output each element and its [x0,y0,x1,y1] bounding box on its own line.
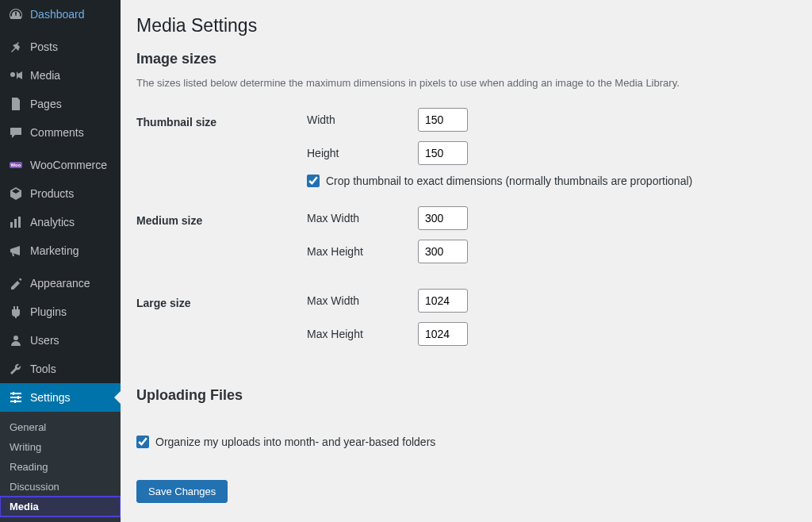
sidebar-item-products[interactable]: Products [0,179,121,208]
thumbnail-size-row: Thumbnail size Width Height Crop thumbna… [136,108,796,206]
menu-label: Plugins [30,305,67,318]
sidebar-item-plugins[interactable]: Plugins [0,297,121,326]
menu-label: Marketing [30,244,79,257]
svg-point-6 [13,336,18,340]
medium-width-input[interactable] [418,206,468,230]
save-changes-button[interactable]: Save Changes [136,480,228,503]
thumbnail-heading: Thumbnail size [136,108,307,129]
menu-label: WooCommerce [30,159,107,171]
sidebar-item-media[interactable]: Media [0,61,121,90]
submenu-item-discussion[interactable]: Discussion [0,477,121,497]
image-sizes-heading: Image sizes [136,51,796,67]
crop-thumbnail-checkbox[interactable] [307,175,320,187]
large-size-row: Large size Max Width Max Height [136,289,796,355]
organize-uploads-label: Organize my uploads into month- and year… [155,436,435,448]
menu-label: Comments [30,126,84,139]
medium-height-input[interactable] [418,240,468,263]
sidebar-item-analytics[interactable]: Analytics [0,208,121,236]
admin-sidebar: Dashboard Posts Media Pages Comments Woo… [0,0,121,522]
sidebar-item-woocommerce[interactable]: Woo WooCommerce [0,151,121,179]
large-width-label: Max Width [307,294,418,307]
svg-rect-8 [10,397,21,398]
image-sizes-description: The sizes listed below determine the max… [136,77,796,89]
thumbnail-width-input[interactable] [418,108,468,132]
crop-thumbnail-label: Crop thumbnail to exact dimensions (norm… [326,175,692,187]
large-height-input[interactable] [418,322,468,346]
dashboard-icon [8,6,24,22]
sidebar-item-posts[interactable]: Posts [0,33,121,61]
medium-heading: Medium size [136,206,307,227]
svg-rect-7 [10,393,21,394]
svg-rect-12 [14,400,16,403]
comments-icon [8,125,24,140]
main-content: Media Settings Image sizes The sizes lis… [121,0,812,522]
settings-icon [8,390,24,405]
menu-label: Dashboard [30,8,85,21]
thumbnail-height-input[interactable] [418,141,468,165]
sidebar-item-tools[interactable]: Tools [0,355,121,383]
large-width-input[interactable] [418,289,468,313]
submenu-item-reading[interactable]: Reading [0,457,121,477]
analytics-icon [8,214,24,230]
large-height-label: Max Height [307,328,418,340]
menu-label: Settings [30,391,71,404]
appearance-icon [8,275,24,291]
svg-rect-10 [13,392,14,395]
sidebar-item-marketing[interactable]: Marketing [0,236,121,265]
menu-label: Media [30,69,60,82]
pin-icon [8,39,24,55]
thumbnail-height-label: Height [307,147,418,159]
menu-label: Products [30,187,74,200]
menu-label: Pages [30,98,62,110]
products-icon [8,186,24,202]
svg-text:Woo: Woo [11,163,21,167]
menu-label: Posts [30,40,58,53]
page-title: Media Settings [136,8,796,36]
submenu-item-writing[interactable]: Writing [0,437,121,457]
media-icon [8,67,24,83]
sidebar-item-appearance[interactable]: Appearance [0,269,121,297]
users-icon [8,332,24,348]
medium-size-row: Medium size Max Width Max Height [136,206,796,273]
sidebar-item-users[interactable]: Users [0,326,121,355]
woo-icon: Woo [8,157,24,173]
submenu-item-permalinks[interactable]: Permalinks [0,516,121,522]
svg-rect-11 [17,396,19,399]
settings-submenu: General Writing Reading Discussion Media… [0,412,121,522]
svg-rect-5 [18,217,21,228]
menu-label: Tools [30,363,56,375]
sidebar-item-comments[interactable]: Comments [0,118,121,147]
sidebar-item-settings[interactable]: Settings [0,383,121,412]
medium-height-label: Max Height [307,245,418,258]
uploading-files-heading: Uploading Files [136,387,796,404]
plugins-icon [8,304,24,320]
marketing-icon [8,243,24,259]
svg-point-0 [10,72,15,77]
large-heading: Large size [136,289,307,309]
medium-width-label: Max Width [307,212,418,225]
svg-rect-3 [10,222,13,228]
thumbnail-width-label: Width [307,113,418,126]
organize-uploads-checkbox[interactable] [136,436,149,448]
sidebar-item-dashboard[interactable]: Dashboard [0,0,121,29]
menu-label: Users [30,334,59,347]
submenu-item-media[interactable]: Media [0,497,121,516]
tools-icon [8,361,24,377]
sidebar-item-pages[interactable]: Pages [0,90,121,118]
pages-icon [8,96,24,112]
submenu-item-general[interactable]: General [0,417,121,437]
menu-label: Analytics [30,216,75,228]
menu-label: Appearance [30,277,90,290]
svg-rect-4 [14,219,17,228]
